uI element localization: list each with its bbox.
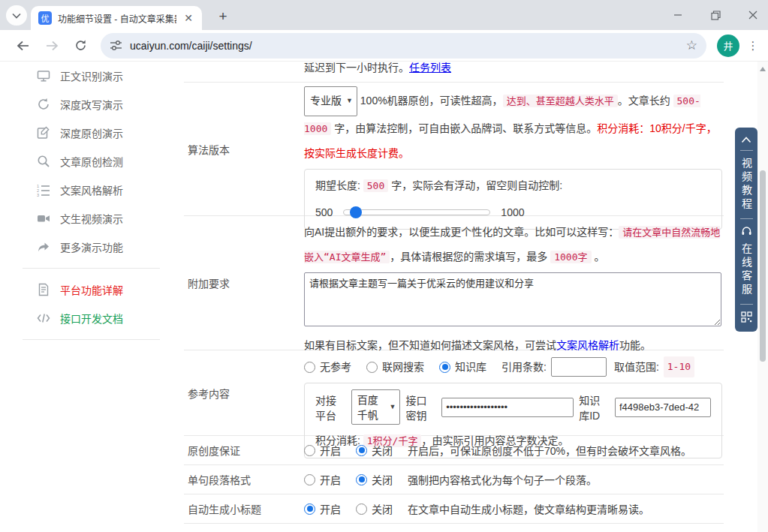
scrollbar-up-arrow[interactable] bbox=[760, 67, 766, 71]
svg-text:3: 3 bbox=[37, 193, 39, 197]
single-sentence-row: 单句段落格式 开启 关闭 强制把内容格式化为每个句子一个段落。 bbox=[184, 465, 724, 494]
bookmark-star-icon[interactable]: ☆ bbox=[686, 38, 697, 53]
extra-desc: 。 bbox=[592, 251, 605, 263]
radio-label[interactable]: 关闭 bbox=[372, 472, 393, 487]
new-tab-button[interactable]: + bbox=[213, 7, 233, 26]
sidebar-item-content-recognition[interactable]: 正文识别演示 bbox=[0, 62, 182, 90]
panel-divider bbox=[740, 304, 753, 305]
sidebar-item-label: 正文识别演示 bbox=[60, 68, 123, 83]
close-window-button[interactable] bbox=[745, 8, 760, 23]
extra-desc: ，具体请根据您的需求填写，最多 bbox=[390, 251, 550, 263]
sidebar: 正文识别演示 深度改写演示 深度原创演示 文章原创检测 123 文案风格解析 文… bbox=[0, 62, 182, 347]
kb-id-input[interactable] bbox=[615, 398, 711, 417]
sidebar-item-style-analysis[interactable]: 123 文案风格解析 bbox=[0, 176, 182, 204]
sidebar-item-text-to-video[interactable]: 文生视频演示 bbox=[0, 204, 182, 233]
sentence-desc: 强制把内容格式化为每个句子一个段落。 bbox=[408, 472, 597, 487]
api-key-input[interactable] bbox=[441, 398, 574, 417]
radio-label[interactable]: 知识库 bbox=[455, 357, 486, 377]
algorithm-desc: 。文章长约 bbox=[618, 95, 673, 107]
subtitle-on-radio[interactable] bbox=[304, 503, 315, 515]
algorithm-version-select[interactable]: 专业版▼ bbox=[304, 86, 357, 116]
platform-select[interactable]: 百度千帆▼ bbox=[351, 389, 401, 425]
browser-menu-icon[interactable]: ⋮ bbox=[747, 44, 759, 47]
radio-label[interactable]: 联网搜索 bbox=[382, 357, 424, 377]
browser-tab[interactable]: 优 功能细节设置 - 自动文章采集器 ✕ bbox=[31, 6, 202, 30]
row-label: 算法版本 bbox=[184, 83, 304, 215]
sidebar-divider bbox=[23, 268, 160, 269]
radio-no-reference[interactable] bbox=[304, 362, 315, 373]
reload-button[interactable] bbox=[71, 37, 89, 55]
row-label: 自动生成小标题 bbox=[184, 494, 304, 523]
search-icon bbox=[37, 155, 50, 168]
row-label: 单句段落格式 bbox=[184, 465, 304, 494]
profile-avatar[interactable]: 井 bbox=[717, 35, 739, 57]
radio-label[interactable]: 开启 bbox=[320, 472, 341, 487]
extra-desc: 向AI提出额外的要求，以便生成更个性化的文章。比如可以这样写： bbox=[304, 226, 619, 238]
share-arrow-icon bbox=[37, 240, 50, 254]
sidebar-item-deep-rewrite[interactable]: 深度改写演示 bbox=[0, 90, 182, 119]
monitor-icon bbox=[37, 69, 50, 83]
select-value: 百度千帆 bbox=[357, 392, 385, 422]
scrollbar-thumb[interactable] bbox=[760, 170, 766, 362]
radio-label[interactable]: 开启 bbox=[320, 443, 341, 458]
document-icon bbox=[37, 283, 50, 296]
video-camera-icon bbox=[37, 212, 50, 225]
radio-web-search[interactable] bbox=[366, 362, 378, 373]
sidebar-item-more-demos[interactable]: 更多演示功能 bbox=[0, 233, 182, 261]
tune-icon[interactable] bbox=[110, 40, 122, 51]
expected-length-hint: 字，实际会有浮动，留空则自动控制: bbox=[388, 179, 562, 191]
sidebar-item-api-docs[interactable]: 接口开发文档 bbox=[0, 304, 182, 332]
row-label: 附加要求 bbox=[184, 216, 304, 350]
sentence-off-radio[interactable] bbox=[356, 474, 367, 485]
forward-button[interactable] bbox=[43, 37, 61, 55]
sidebar-item-label: 深度改写演示 bbox=[60, 97, 123, 112]
url-text[interactable]: ucaiyun.com/caiji/settings/ bbox=[130, 40, 252, 52]
minimize-button[interactable] bbox=[670, 8, 685, 23]
restore-icon bbox=[711, 11, 721, 20]
sidebar-item-originality-check[interactable]: 文章原创检测 bbox=[0, 147, 182, 176]
address-bar[interactable]: ucaiyun.com/caiji/settings/ ☆ bbox=[101, 33, 706, 59]
radio-label[interactable]: 无参考 bbox=[320, 357, 351, 377]
site-favicon: 优 bbox=[38, 11, 52, 25]
page-scrollbar[interactable] bbox=[757, 62, 768, 532]
reload-icon bbox=[74, 39, 87, 52]
radio-knowledge-base[interactable] bbox=[439, 362, 450, 373]
qr-code-icon[interactable] bbox=[741, 311, 752, 323]
radio-label[interactable]: 开启 bbox=[320, 501, 341, 516]
back-button[interactable] bbox=[14, 37, 32, 55]
platform-label: 对接平台 bbox=[315, 392, 346, 422]
sentence-on-radio[interactable] bbox=[304, 474, 315, 485]
restore-button[interactable] bbox=[708, 8, 723, 23]
max-length-highlight: 1000字 bbox=[550, 251, 591, 263]
online-service-button[interactable]: 在线客服 bbox=[741, 243, 751, 297]
video-tutorial-button[interactable]: 视频教程 bbox=[741, 158, 751, 212]
subtitle-off-radio[interactable] bbox=[356, 503, 367, 515]
task-list-link[interactable]: 任务列表 bbox=[409, 62, 451, 74]
row-label: 参考内容 bbox=[184, 350, 304, 435]
schedule-note-row: 延迟到下一小时执行。任务列表 bbox=[184, 62, 724, 83]
edit-icon bbox=[37, 126, 50, 140]
radio-label[interactable]: 关闭 bbox=[372, 501, 393, 516]
tab-title: 功能细节设置 - 自动文章采集器 bbox=[58, 12, 176, 25]
collapse-up-icon[interactable] bbox=[741, 137, 751, 143]
originality-off-radio[interactable] bbox=[356, 445, 367, 456]
style-analysis-link[interactable]: 文案风格解析 bbox=[556, 339, 619, 351]
sidebar-item-deep-original[interactable]: 深度原创演示 bbox=[0, 119, 182, 147]
radio-label[interactable]: 关闭 bbox=[372, 443, 393, 458]
originality-on-radio[interactable] bbox=[304, 445, 315, 456]
tab-close-icon[interactable]: ✕ bbox=[182, 11, 194, 25]
style-note-text: 功能。 bbox=[619, 339, 651, 351]
quote-count-input[interactable] bbox=[551, 357, 607, 377]
length-slider[interactable] bbox=[343, 209, 490, 215]
algorithm-desc: 100%机器原创，可读性超高， bbox=[360, 95, 503, 107]
extra-requirements-textarea[interactable] bbox=[304, 272, 721, 326]
api-key-label: 接口密钥 bbox=[405, 392, 436, 422]
minimize-icon bbox=[673, 11, 682, 20]
tab-search-button[interactable] bbox=[6, 5, 27, 26]
originality-desc: 开启后，可保证原创度不低于70%，但有时会破坏文章风格。 bbox=[408, 443, 691, 458]
headset-icon[interactable] bbox=[741, 226, 752, 236]
close-icon bbox=[748, 11, 757, 20]
sidebar-item-platform-features[interactable]: 平台功能详解 bbox=[0, 275, 182, 304]
back-icon bbox=[17, 41, 30, 51]
algorithm-highlight: 达到、甚至超越人类水平 bbox=[503, 95, 618, 107]
